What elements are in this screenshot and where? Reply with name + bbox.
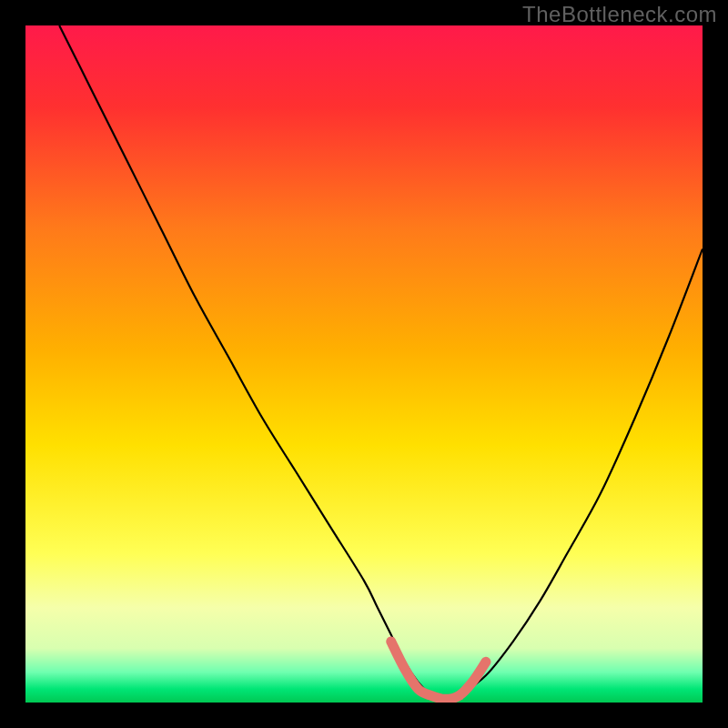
chart-background xyxy=(25,25,703,703)
chart-frame: TheBottleneck.com xyxy=(0,0,728,728)
chart-svg xyxy=(25,25,703,703)
watermark-text: TheBottleneck.com xyxy=(522,2,717,27)
plot-area xyxy=(25,25,703,703)
